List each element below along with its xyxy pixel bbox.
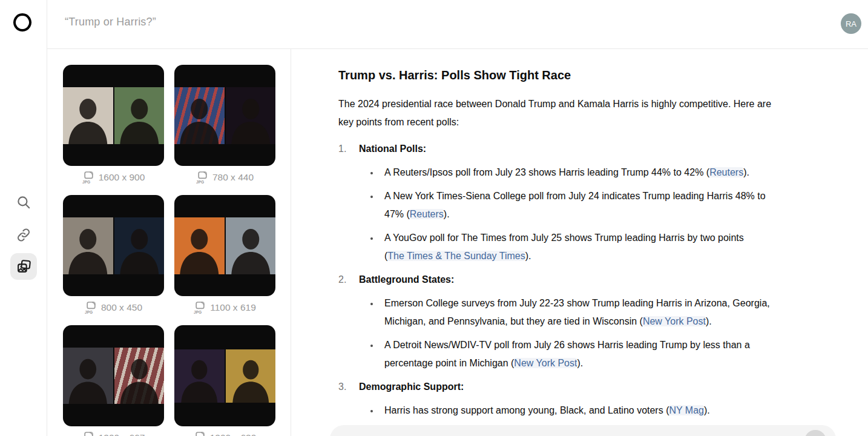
image-caption: JPG1100 x 619 (174, 302, 275, 314)
photo-panel (226, 217, 276, 274)
person-silhouette (63, 217, 113, 274)
image-results-panel: JPG1600 x 900JPG780 x 440JPG800 x 450JPG… (47, 49, 291, 436)
sidebar-search-button[interactable] (10, 189, 37, 216)
image-result: JPG1200 x 667 (63, 325, 164, 436)
photo-panel (174, 217, 225, 274)
image-result: JPG1100 x 619 (174, 195, 275, 314)
answer-area: Trump vs. Harris: Polls Show Tight Race … (291, 49, 868, 436)
jpg-file-icon: JPG (196, 171, 207, 184)
person-silhouette (226, 217, 276, 274)
person-silhouette (174, 349, 225, 403)
svg-text:JPG: JPG (82, 180, 90, 184)
citation-link[interactable]: Reuters (410, 209, 444, 219)
citation-link[interactable]: New York Post (643, 316, 706, 326)
image-dimensions: 780 x 440 (212, 172, 254, 183)
image-thumbnail[interactable] (63, 325, 164, 426)
bullet-item: Harris has strong support among young, B… (338, 401, 834, 420)
search-query[interactable]: “Trump or Harris?” (65, 16, 156, 28)
person-silhouette (226, 87, 276, 144)
person-silhouette (174, 217, 225, 274)
jpg-file-icon: JPG (194, 432, 205, 436)
image-caption: JPG1200 x 630 (174, 432, 275, 436)
sidebar (0, 0, 47, 436)
jpg-file-icon: JPG (82, 171, 93, 184)
svg-text:JPG: JPG (196, 180, 204, 184)
answer-title: Trump vs. Harris: Polls Show Tight Race (338, 67, 834, 83)
image-thumbnail[interactable] (174, 325, 275, 426)
citation-link[interactable]: New York Post (514, 358, 577, 368)
section-heading: Battleground States: (359, 271, 454, 289)
image-result: JPG780 x 440 (174, 65, 275, 183)
images-icon (16, 259, 31, 274)
search-icon (16, 194, 31, 210)
answer-intro: The 2024 presidential race between Donal… (338, 95, 834, 131)
person-silhouette (226, 349, 276, 403)
person-silhouette (63, 87, 113, 144)
photo-panel (174, 349, 225, 403)
image-result: JPG800 x 450 (63, 195, 164, 314)
bullet-item: A New York Times-Siena College poll from… (338, 187, 834, 223)
bullet-item: A YouGov poll for The Times from July 25… (338, 229, 834, 265)
image-thumbnail[interactable] (63, 65, 164, 166)
photo-panel (226, 87, 276, 144)
svg-text:JPG: JPG (194, 310, 202, 314)
image-thumbnail[interactable] (174, 65, 275, 166)
photo-panel (226, 349, 276, 403)
svg-text:JPG: JPG (85, 310, 93, 314)
image-thumbnail[interactable] (174, 195, 275, 296)
bullet-item: A Detroit News/WDIV-TV poll from July 26… (338, 336, 834, 372)
openai-logo[interactable] (11, 11, 34, 34)
person-silhouette (114, 87, 165, 144)
citation-link[interactable]: The Times & The Sunday Times (387, 251, 525, 261)
photo-panel (63, 348, 113, 404)
image-result: JPG1600 x 900 (63, 65, 164, 183)
openai-logo-icon (11, 11, 34, 34)
image-dimensions: 1600 x 900 (99, 172, 145, 183)
bullet-item: Emerson College surveys from July 22-23 … (338, 294, 834, 331)
image-dimensions: 1100 x 619 (210, 302, 256, 313)
section-number: 2. (338, 271, 359, 289)
person-silhouette (174, 87, 225, 144)
section-number: 1. (338, 140, 359, 158)
user-avatar[interactable]: RA (841, 13, 861, 34)
section-heading-row: 1.National Polls: (338, 140, 834, 158)
image-results-grid: JPG1600 x 900JPG780 x 440JPG800 x 450JPG… (63, 65, 291, 436)
link-icon (16, 227, 31, 243)
image-caption: JPG780 x 440 (174, 171, 275, 183)
image-dimensions: 1200 x 667 (99, 432, 145, 436)
photo-panel (114, 87, 165, 144)
section-heading-row: 2.Battleground States: (338, 271, 834, 289)
bullet-item: A Reuters/Ipsos poll from July 23 shows … (338, 164, 834, 182)
image-result: JPG1200 x 630 (174, 325, 275, 436)
section-heading: Demographic Support: (359, 378, 464, 396)
photo-panel (114, 217, 165, 274)
person-silhouette (114, 348, 165, 404)
jpg-file-icon: JPG (82, 432, 93, 436)
citation-link[interactable]: NY Mag (669, 405, 704, 415)
send-button[interactable] (804, 430, 826, 436)
top-bar: “Trump or Harris?” RA (47, 0, 868, 49)
message-input[interactable] (330, 425, 836, 436)
image-caption: JPG800 x 450 (63, 302, 164, 314)
image-caption: JPG1200 x 667 (63, 432, 164, 436)
person-silhouette (114, 217, 165, 274)
photo-panel (63, 87, 113, 144)
jpg-file-icon: JPG (85, 302, 96, 314)
person-silhouette (63, 348, 113, 404)
image-dimensions: 800 x 450 (101, 302, 142, 313)
photo-panel (114, 348, 165, 404)
image-dimensions: 1200 x 630 (210, 432, 257, 436)
section-number: 3. (338, 378, 359, 396)
image-caption: JPG1600 x 900 (63, 171, 164, 183)
citation-link[interactable]: Reuters (709, 167, 743, 177)
jpg-file-icon: JPG (194, 302, 205, 314)
section-heading-row: 3.Demographic Support: (338, 378, 834, 396)
photo-panel (63, 217, 113, 274)
image-thumbnail[interactable] (63, 195, 164, 296)
answer-sections: 1.National Polls:A Reuters/Ipsos poll fr… (338, 140, 834, 420)
sidebar-images-button[interactable] (10, 253, 37, 280)
sidebar-links-button[interactable] (10, 222, 37, 248)
photo-panel (174, 87, 225, 144)
section-heading: National Polls: (359, 140, 426, 158)
